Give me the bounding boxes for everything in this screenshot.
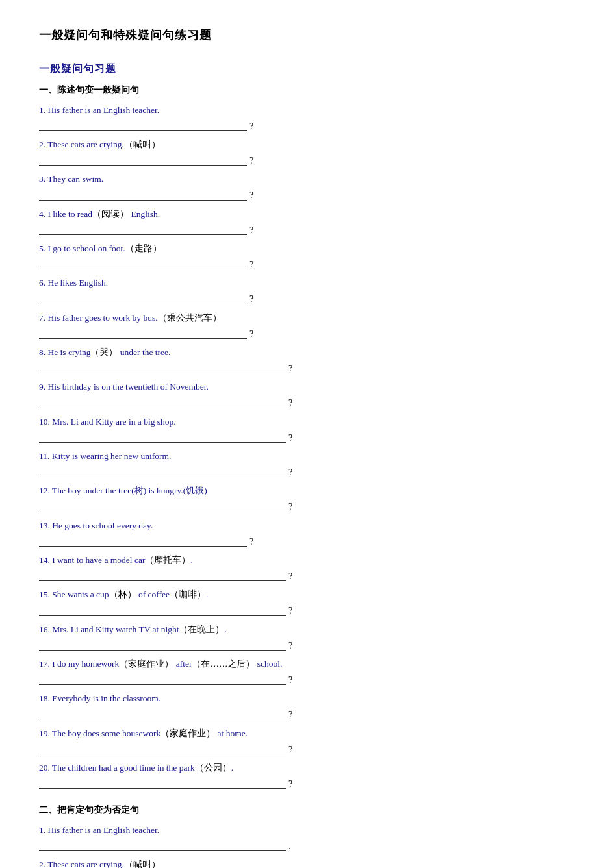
question-mark-9: ? [288, 396, 292, 410]
question-text-4: 4. I like to read（阅读） English. [39, 207, 575, 222]
question-mark-2: ? [249, 154, 253, 168]
question-text-10: 10. Mrs. Li and Kitty are in a big shop. [39, 415, 575, 430]
question-item-1: 1. His father is an English teacher. ? [39, 103, 575, 134]
answer-line-4 [39, 226, 247, 235]
answer-line-row-4: ? [39, 223, 575, 238]
main-title: 一般疑问句和特殊疑问句练习题 [39, 26, 575, 45]
question-mark-1: ? [249, 119, 253, 134]
question-item-12: 12. The boy under the tree(树) is hungry.… [39, 484, 575, 514]
answer-line-12 [39, 503, 286, 512]
question-text-6: 6. He likes English. [39, 276, 575, 291]
question-mark-8: ? [288, 362, 292, 376]
question-item-2: 2. These cats are crying.（喊叫） ? [39, 138, 575, 168]
question-item-4: 4. I like to read（阅读） English. ? [39, 207, 575, 238]
question-mark-13: ? [249, 535, 253, 549]
answer-line-row-2: ? [39, 154, 575, 168]
question-item-20: 20. The children had a good time in the … [39, 761, 575, 791]
question-mark-5: ? [249, 258, 253, 272]
answer-line-row-19: ? [39, 743, 575, 757]
answer-line-11 [39, 468, 286, 477]
question-mark-3: ? [249, 188, 253, 203]
answer-line-row-16: ? [39, 639, 575, 653]
question-text-2: 2. These cats are crying.（喊叫） [39, 138, 575, 153]
question-mark-10: ? [288, 431, 292, 445]
sub2-question-item-1: 1. His father is an English teacher. . [39, 823, 575, 854]
sub2-answer-line-row-1: . [39, 839, 575, 854]
answer-line-1 [39, 122, 247, 131]
answer-line-row-14: ? [39, 569, 575, 584]
question-mark-17: ? [288, 673, 292, 688]
question-mark-15: ? [288, 604, 292, 618]
answer-line-row-3: ? [39, 188, 575, 203]
question-item-7: 7. His father goes to work by bus.（乘公共汽车… [39, 311, 575, 341]
answer-line-2 [39, 156, 247, 166]
question-item-9: 9. His birthday is on the twentieth of N… [39, 380, 575, 410]
section1-title: 一般疑问句习题 [39, 60, 575, 77]
answer-line-row-18: ? [39, 708, 575, 722]
answer-line-row-9: ? [39, 396, 575, 410]
question-mark-14: ? [288, 569, 292, 584]
question-item-10: 10. Mrs. Li and Kitty are in a big shop.… [39, 415, 575, 445]
subsection2-title: 二、把肯定句变为否定句 [39, 803, 575, 817]
sub2-question-text-2: 2. These cats are crying.（喊叫） [39, 858, 575, 868]
answer-line-row-11: ? [39, 465, 575, 480]
question-mark-16: ? [288, 639, 292, 653]
answer-line-3 [39, 192, 247, 201]
question-mark-18: ? [288, 708, 292, 722]
question-text-15: 15. She wants a cup（杯） of coffee（咖啡）. [39, 588, 575, 602]
answer-line-9 [39, 399, 286, 408]
answer-line-row-12: ? [39, 500, 575, 514]
question-mark-19: ? [288, 743, 292, 757]
answer-line-16 [39, 641, 286, 651]
question-item-18: 18. Everybody is in the classroom. ? [39, 691, 575, 722]
answer-line-8 [39, 364, 286, 373]
question-text-20: 20. The children had a good time in the … [39, 761, 575, 776]
sub2-answer-line-1 [39, 842, 286, 851]
question-item-11: 11. Kitty is wearing her new uniform. ? [39, 449, 575, 480]
answer-line-18 [39, 710, 286, 719]
question-text-19: 19. The boy does some housework（家庭作业） at… [39, 726, 575, 741]
answer-line-10 [39, 434, 286, 443]
answer-line-row-20: ? [39, 777, 575, 791]
answer-line-row-17: ? [39, 673, 575, 688]
period-mark-1: . [288, 839, 291, 854]
answer-line-7 [39, 330, 247, 339]
question-text-9: 9. His birthday is on the twentieth of N… [39, 380, 575, 395]
question-item-6: 6. He likes English. ? [39, 276, 575, 306]
section1: 一般疑问句习题 一、陈述句变一般疑问句 1. His father is an … [39, 60, 575, 868]
answer-line-20 [39, 780, 286, 789]
answer-line-row-13: ? [39, 535, 575, 549]
answer-line-5 [39, 260, 247, 269]
subsection1-title: 一、陈述句变一般疑问句 [39, 83, 575, 97]
answer-line-row-1: ? [39, 119, 575, 134]
question-text-16: 16. Mrs. Li and Kitty watch TV at night（… [39, 623, 575, 638]
answer-line-19 [39, 745, 286, 754]
question-text-3: 3. They can swim. [39, 172, 575, 187]
question-text-17: 17. I do my homework（家庭作业） after（在……之后） … [39, 657, 575, 672]
answer-line-row-8: ? [39, 362, 575, 376]
question-mark-7: ? [249, 327, 253, 341]
question-mark-20: ? [288, 777, 292, 791]
answer-line-row-7: ? [39, 327, 575, 341]
question-item-19: 19. The boy does some housework（家庭作业） at… [39, 726, 575, 757]
answer-line-15 [39, 607, 286, 616]
question-item-16: 16. Mrs. Li and Kitty watch TV at night（… [39, 623, 575, 653]
question-text-13: 13. He goes to school every day. [39, 519, 575, 534]
answer-line-row-15: ? [39, 604, 575, 618]
question-mark-4: ? [249, 223, 253, 238]
question-item-17: 17. I do my homework（家庭作业） after（在……之后） … [39, 657, 575, 688]
question-text-1: 1. His father is an English teacher. [39, 103, 575, 118]
answer-line-row-10: ? [39, 431, 575, 445]
answer-line-row-5: ? [39, 258, 575, 272]
subsection2: 二、把肯定句变为否定句 1. His father is an English … [39, 803, 575, 868]
question-text-12: 12. The boy under the tree(树) is hungry.… [39, 484, 575, 499]
question-item-14: 14. I want to have a model car（摩托车）. ? [39, 553, 575, 584]
question-text-14: 14. I want to have a model car（摩托车）. [39, 553, 575, 568]
answer-line-17 [39, 676, 286, 685]
answer-line-row-6: ? [39, 292, 575, 306]
question-text-5: 5. I go to school on foot.（走路） [39, 242, 575, 256]
question-mark-6: ? [249, 292, 253, 306]
sub2-question-item-2: 2. These cats are crying.（喊叫） . [39, 858, 575, 868]
subsection1: 一、陈述句变一般疑问句 1. His father is an English … [39, 83, 575, 791]
question-item-13: 13. He goes to school every day. ? [39, 519, 575, 549]
